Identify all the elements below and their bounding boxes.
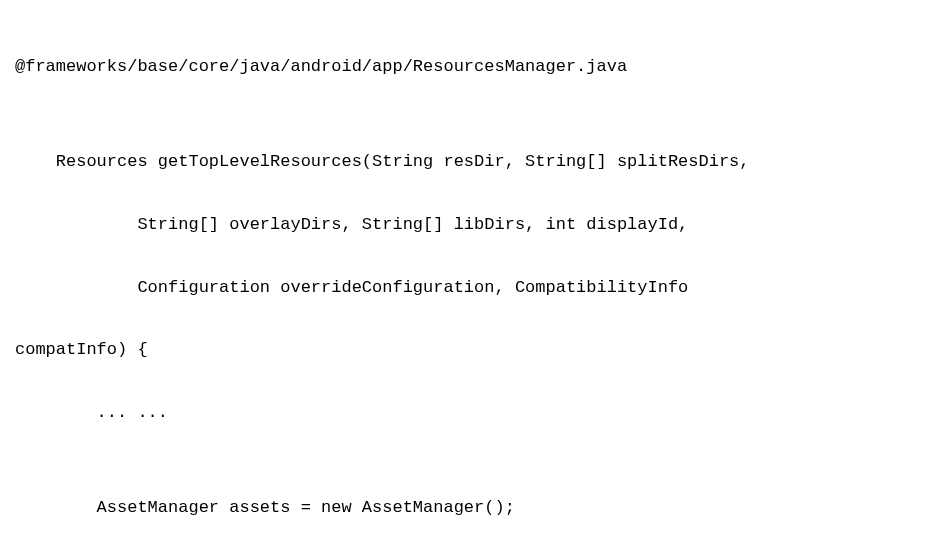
code-line: @frameworks/base/core/java/android/app/R… (15, 51, 935, 82)
code-line: compatInfo) { (15, 334, 935, 365)
code-line: Configuration overrideConfiguration, Com… (15, 272, 935, 303)
code-block: @frameworks/base/core/java/android/app/R… (0, 0, 950, 534)
code-line: Resources getTopLevelResources(String re… (15, 146, 935, 177)
code-line: AssetManager assets = new AssetManager()… (15, 492, 935, 523)
code-line: ... ... (15, 397, 935, 428)
code-line: String[] overlayDirs, String[] libDirs, … (15, 209, 935, 240)
